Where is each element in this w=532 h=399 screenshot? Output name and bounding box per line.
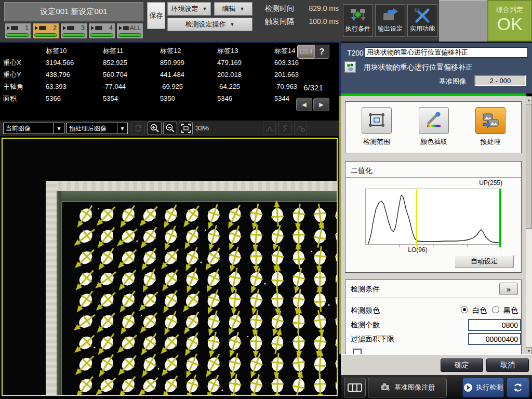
menu-environment[interactable]: 环境设定 ▼ — [167, 2, 211, 16]
table-cell: 438.796 — [46, 69, 103, 81]
table-cell: 63.393 — [46, 81, 103, 92]
detection-condition-title: 检测条件 — [351, 285, 380, 294]
curve-gear-icon — [296, 124, 305, 132]
results-table-area: 标签10标签11标签12标签13标签14重心X3194.566852.92585… — [0, 43, 339, 121]
table-column-header: 标签11 — [103, 45, 160, 57]
histogram-icon — [265, 124, 274, 132]
scene-tab-1[interactable]: 1 — [4, 23, 31, 39]
camera-icon — [11, 26, 18, 30]
radio-white-label[interactable]: 白色 — [472, 306, 487, 315]
ok-button[interactable]: 确定 — [441, 358, 483, 372]
chevron-down-icon: ▼ — [117, 123, 127, 134]
image-stage-select[interactable]: 预处理后图像 ▼ — [66, 123, 128, 134]
menu-edit[interactable]: 编辑 ▼ — [214, 2, 252, 16]
scroll-down-button[interactable]: ▼ — [526, 347, 532, 354]
play-icon — [463, 383, 473, 392]
play-icon — [91, 26, 94, 30]
profile-tool-button[interactable] — [278, 122, 291, 135]
numeric-display-button[interactable]: 123.4 — [297, 45, 314, 59]
reference-image-value: 2 - 000 — [474, 75, 526, 86]
histogram-tool-button[interactable] — [263, 122, 276, 135]
play-icon — [63, 26, 66, 30]
top-bar: 设定001 新设定001 保存 环境设定 ▼ 编辑 ▼ 检测设定操作 ▼ 检测时… — [0, 0, 439, 42]
detect-range-button[interactable] — [362, 107, 392, 134]
histogram-plot[interactable] — [365, 189, 501, 245]
menu-measure-ops[interactable]: 检测设定操作 ▼ — [167, 18, 252, 31]
scrollbar-thumb[interactable] — [526, 104, 532, 229]
execute-measure-label: 执行检测 — [476, 383, 503, 392]
table-corner — [3, 45, 46, 57]
zoom-in-button[interactable] — [148, 122, 162, 135]
scene-tab-ALL[interactable]: ALL — [116, 23, 143, 39]
output-settings-button[interactable]: 输出设定 — [375, 4, 405, 37]
re-measure-button[interactable] — [507, 378, 529, 397]
table-column-header: 标签12 — [160, 45, 217, 57]
detect-count-label: 检测个数 — [351, 321, 380, 330]
camera-image-viewport[interactable] — [2, 138, 338, 396]
confirm-strip: 确定 取消 — [341, 354, 532, 375]
scene-tab-3[interactable]: 3 — [60, 23, 87, 39]
refresh-icon — [134, 124, 143, 133]
overall-judgement-panel: 综合判定 OK — [487, 0, 532, 42]
scene-tab-4[interactable]: 4 — [88, 23, 115, 39]
zoom-out-button[interactable] — [163, 122, 177, 135]
image-stage-value: 预处理后图像 — [67, 124, 117, 133]
filter-area-input[interactable] — [468, 333, 521, 345]
output-settings-label: 输出设定 — [378, 25, 403, 32]
radio-black-label[interactable]: 黑色 — [503, 306, 518, 315]
chevron-down-icon: ▼ — [54, 123, 64, 134]
vision-system-window: 设定001 新设定001 保存 环境设定 ▼ 编辑 ▼ 检测设定操作 ▼ 检测时… — [0, 0, 532, 399]
save-button[interactable]: 保存 — [147, 2, 165, 29]
expand-button[interactable]: » — [499, 283, 518, 295]
execute-measure-button[interactable]: 执行检测 — [462, 378, 504, 397]
cancel-button[interactable]: 取消 — [486, 358, 529, 372]
detect-range-label: 检测范围 — [356, 137, 397, 147]
filmstrip-icon — [348, 383, 362, 392]
analysis-settings-button[interactable] — [294, 122, 307, 135]
scene-tab-2[interactable]: 2 — [32, 23, 59, 39]
tab-status-bar — [34, 33, 57, 37]
tool-select-group: 检测范围 颜色抽取 — [345, 101, 522, 153]
option-checkbox[interactable] — [353, 349, 362, 354]
preprocess-label: 预处理 — [470, 137, 511, 147]
table-cell: 5366 — [46, 92, 103, 104]
zoom-out-icon — [165, 123, 176, 134]
refresh-image-button[interactable] — [131, 122, 145, 135]
trigger-interval-stat: 触发间隔 100.0 ms — [265, 17, 339, 28]
image-list-button[interactable] — [344, 378, 366, 397]
table-cell: 479.169 — [217, 57, 274, 69]
tab-label: 2 — [53, 24, 57, 32]
scroll-up-button[interactable]: ▲ — [526, 96, 532, 103]
table-row-label: 主轴角 — [3, 81, 46, 92]
upper-threshold-label: UP(255) — [479, 179, 502, 187]
help-button[interactable]: ? — [314, 45, 329, 59]
color-extract-button[interactable] — [419, 107, 449, 134]
scene-tabs: 1234ALL — [4, 23, 143, 39]
play-icon — [35, 26, 38, 30]
play-icon — [7, 26, 10, 30]
divider — [345, 177, 521, 178]
radio-white[interactable] — [461, 306, 468, 313]
detect-count-input[interactable] — [468, 319, 521, 331]
preprocess-icon — [481, 112, 500, 129]
table-row-label: 重心Y — [3, 69, 46, 81]
unit-settings-panel: 检测范围 颜色抽取 — [341, 96, 526, 354]
preprocess-button[interactable] — [475, 107, 506, 134]
fit-to-screen-button[interactable] — [179, 122, 193, 135]
register-reference-image-button[interactable]: 基准图像注册 — [368, 378, 447, 397]
exec-condition-button[interactable]: 执行条件 — [343, 4, 373, 37]
unit-title-input[interactable] — [365, 47, 528, 58]
panel-scrollbar[interactable]: ▲ ▼ — [526, 96, 532, 354]
camera-icon — [39, 26, 46, 30]
next-page-button[interactable]: ▶ — [313, 98, 329, 111]
utility-button[interactable]: 实用功能 — [407, 4, 437, 37]
radio-black[interactable] — [492, 306, 499, 313]
lower-threshold-label: LO(96) — [404, 246, 432, 254]
camera-icon — [95, 26, 102, 30]
auto-set-button[interactable]: 自动设定 — [455, 255, 514, 268]
flow-branch-icon — [343, 7, 373, 24]
prev-page-button[interactable]: ◀ — [296, 98, 312, 111]
image-display-area — [0, 136, 339, 399]
image-source-select[interactable]: 当前图像 ▼ — [3, 123, 64, 134]
detected-blobs-overlay — [3, 139, 338, 396]
